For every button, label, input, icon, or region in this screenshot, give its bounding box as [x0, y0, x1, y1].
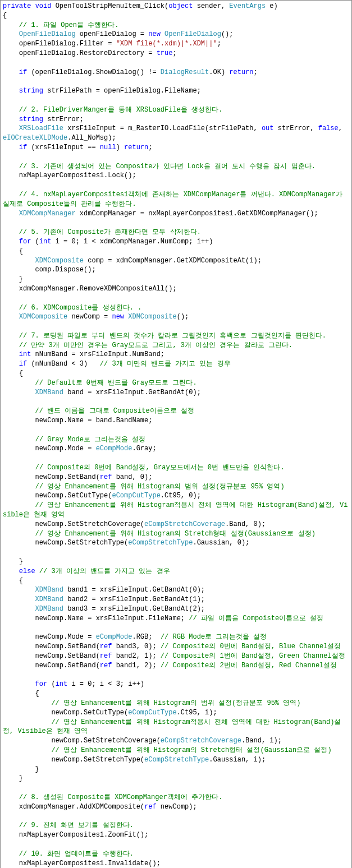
code-line: newComp.SetStretchCoverage(eCompStretchC…	[3, 520, 349, 529]
code-token: e)	[266, 2, 278, 10]
code-line: XDMBand band1 = xrsFileInput.GetBandAt(0…	[3, 585, 349, 595]
code-token: nxMapLayerComposites1.ZoomFit();	[3, 831, 148, 839]
code-token: // 3개 이상의 밴드를 가지고 있는 경우	[39, 567, 170, 575]
code-token	[3, 191, 19, 198]
code-line: // 영상 Enhancement를 위해 Histogram의 Stretch…	[3, 529, 349, 539]
code-token: comp.Dispose();	[3, 266, 96, 274]
code-token: // 1. 파일 Open을 수행한다.	[19, 21, 119, 29]
code-token	[3, 483, 35, 491]
code-line: // Composite의 0번에 Band설정, Gray모드에서는 0번 밴…	[3, 463, 349, 473]
code-token: .Gaussian, i);	[209, 756, 266, 764]
code-token	[3, 821, 19, 829]
code-token: band = xrsFileInput.GetBandAt(0);	[63, 389, 201, 396]
code-token: eCompCutType	[112, 492, 160, 500]
code-token: i = 0; i < 3; i++)	[67, 680, 144, 688]
code-token	[3, 530, 35, 538]
code-line: newComp.SetStretchType(eCompStretchType.…	[3, 538, 349, 548]
code-line: // 6. XDMComposite를 생성한다. .	[3, 303, 349, 313]
code-token: return	[124, 144, 148, 151]
code-line: openFileDialog.Filter = "XDM file(*.xdm)…	[3, 39, 349, 49]
code-line: newComp.Name = xrsFileInput.FileName; //…	[3, 614, 349, 624]
code-line	[3, 58, 349, 68]
code-token: XDMCompManager	[19, 210, 76, 218]
code-token: for	[19, 238, 31, 246]
code-line: XDMComposite comp = xdmCompManager.GetXD…	[3, 256, 349, 266]
code-token	[3, 426, 7, 434]
code-token: ();	[177, 313, 189, 321]
code-token: eCompStretchType	[144, 756, 209, 764]
code-line: if (nNumBand < 3) // 3개 미만의 밴드를 가지고 있는 경…	[3, 359, 349, 369]
code-token: int	[39, 238, 52, 246]
code-block: private void OpenToolStripMenuItem_Click…	[0, 0, 352, 868]
code-line: // 밴드 이름을 그대로 Composite이름으로 설정	[3, 407, 349, 416]
code-token	[3, 238, 19, 246]
code-token: .RGB;	[132, 633, 160, 641]
code-token: XDMBand	[35, 605, 63, 613]
code-token: {	[3, 370, 23, 377]
code-token	[3, 96, 7, 104]
code-token: newComp.Name = band.BandName;	[3, 417, 152, 424]
code-token	[3, 595, 35, 603]
code-line	[3, 624, 349, 633]
code-line: OpenFileDialog openFileDialog = new Open…	[3, 30, 349, 39]
code-token: object	[168, 2, 193, 10]
code-token: (	[47, 680, 55, 688]
code-line: newComp.Mode = eCompMode.RGB; // RGB Mod…	[3, 632, 349, 642]
code-token: // 6. XDMComposite를 생성한다. .	[19, 304, 141, 312]
code-line: }	[3, 774, 349, 783]
code-token	[3, 605, 35, 613]
code-line: for (int i = 0; i < xdmCompManager.NumCo…	[3, 237, 349, 247]
code-line: }	[3, 275, 349, 284]
code-token	[3, 219, 7, 227]
code-line: // 4. nxMapLayerComposites1객체에 존재하는 XDMC…	[3, 190, 349, 209]
code-line: string strError;	[3, 115, 349, 124]
code-token	[3, 228, 19, 236]
code-token: // 영상 Enhancement를 위해 Histogram의 범위 설정(정…	[35, 483, 285, 491]
code-token: strError;	[43, 116, 84, 123]
code-token	[3, 144, 19, 151]
code-token: false	[318, 124, 339, 132]
code-token: // 만약 3개 미만인 경우는 Gray모드로 그리고, 3개 이상인 경우는…	[19, 341, 292, 349]
code-token: eCompStretchCoverage	[144, 520, 225, 528]
code-token: XDMBand	[35, 586, 63, 594]
code-token: newComp.Mode =	[3, 633, 96, 641]
code-token: DialogResult	[161, 68, 209, 76]
code-line: newComp.SetBand(ref band3, 0); // Compos…	[3, 642, 349, 652]
code-line: if (xrsFileInput == null) return;	[3, 143, 349, 153]
code-token	[3, 850, 19, 858]
code-token	[3, 671, 7, 679]
code-line: XDMBand band = xrsFileInput.GetBandAt(0)…	[3, 388, 349, 398]
code-token	[3, 210, 19, 218]
code-token: // Default로 0번째 밴드를 Gray모드로 그린다.	[35, 379, 197, 387]
code-token: nNumBand = xrsFileInput.NumBand;	[31, 350, 164, 358]
code-token	[3, 181, 7, 189]
code-token	[3, 718, 51, 726]
code-token: XDMBand	[35, 595, 63, 603]
code-token: .Gray;	[132, 445, 156, 453]
code-token: // Composite의 0번에 Band설정, Gray모드에서는 0번 밴…	[35, 464, 285, 472]
code-line: // 만약 3개 미만인 경우는 Gray모드로 그리고, 3개 이상인 경우는…	[3, 341, 349, 350]
code-line: // 9. 전체 화면 보기를 설정한다.	[3, 821, 349, 830]
code-token: openFileDialog =	[76, 30, 149, 38]
code-token: // 파일 이름을 Compoiste이름으로 설정	[189, 615, 323, 622]
code-token: eCompMode	[96, 445, 132, 453]
code-token: openFileDialog.RestoreDirectory =	[3, 49, 157, 57]
code-token	[3, 793, 19, 801]
code-line	[3, 294, 349, 303]
code-token	[3, 548, 7, 556]
code-token: sender,	[193, 2, 230, 10]
code-token	[3, 30, 19, 38]
code-token: XRSLoadFile	[19, 124, 63, 132]
code-token: ,	[339, 124, 346, 132]
code-token: (	[31, 238, 39, 246]
code-token: XDMBand	[35, 389, 63, 396]
code-token	[3, 332, 19, 340]
code-token: "XDM file(*.xdm)|*.XDM||"	[116, 40, 217, 48]
code-token: ref	[100, 473, 112, 481]
code-token: {	[3, 577, 23, 585]
code-token	[3, 624, 7, 632]
code-token: (openFileDialog.ShowDialog() !=	[27, 68, 161, 76]
code-line: XDMComposite newComp = new XDMComposite(…	[3, 312, 349, 322]
code-token: for	[35, 680, 48, 688]
code-token: OpenFileDialog	[164, 30, 221, 38]
